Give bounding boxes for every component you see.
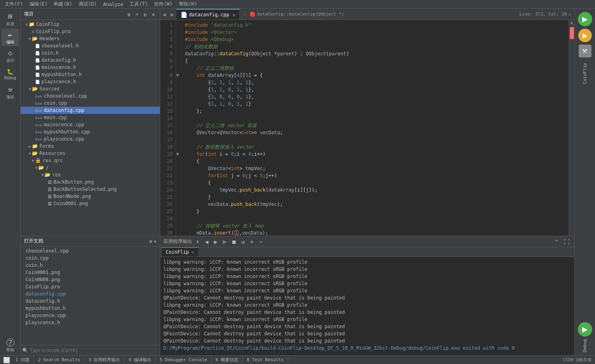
tree-item-dataconfig-h[interactable]: 📄 dataconfig.h	[21, 57, 160, 64]
project-label: 项目	[6, 94, 14, 100]
error-marker[interactable]	[570, 27, 574, 39]
output-collapse-btn[interactable]: ⌃	[554, 238, 560, 246]
open-doc-coin-h[interactable]: coin.h	[21, 262, 160, 269]
open-doc-chooselevel[interactable]: chooselevel.cpp	[21, 247, 160, 254]
tree-item-coin-cpp[interactable]: c++ coin.cpp	[21, 100, 160, 107]
png-icon-4: 🖼	[48, 202, 52, 206]
slash-folder-label: /	[46, 165, 49, 170]
tree-item-main-cpp[interactable]: c++ main.cpp	[21, 114, 160, 121]
open-doc-coin0008[interactable]: Coin0008.png	[21, 276, 160, 283]
sidebar-btn-welcome[interactable]: ⊞ 欢迎	[2, 10, 19, 28]
menu-item-build[interactable]: 构建(B)	[51, 0, 75, 8]
build-btn[interactable]: ⚒	[579, 45, 591, 57]
status-tab-6[interactable]: 6 概要信息	[212, 356, 243, 364]
editor-tab-active[interactable]: 📄 dataconfig.cpp ✕	[177, 9, 240, 20]
tree-item-coinflip[interactable]: ▼ 📁 CoinFlip	[21, 21, 160, 28]
tab-close-btn[interactable]: ✕	[232, 12, 236, 18]
open-doc-coin0001[interactable]: Coin0001.png	[21, 269, 160, 276]
nav-fwd-btn[interactable]: ▶	[168, 9, 176, 20]
sidebar-btn-design[interactable]: ◇ 设计	[2, 47, 19, 65]
tree-item-playscence-h[interactable]: 📄 playscence.h	[21, 78, 160, 85]
output-btn-minus[interactable]: −	[257, 238, 264, 246]
filter-icon[interactable]: ⚡	[134, 10, 140, 18]
tree-item-sources[interactable]: ▼ 📂 Sources	[21, 85, 160, 92]
menu-item-file[interactable]: 文件(F)	[2, 0, 26, 8]
search-input[interactable]	[30, 348, 158, 353]
output-btn-prev[interactable]: ◀	[203, 238, 210, 246]
tree-item-mypushbutton-h[interactable]: 📄 mypushbutton.h	[21, 71, 160, 78]
output-expand-btn[interactable]: ⛶	[562, 238, 571, 246]
close-panel-icon[interactable]: ✕	[150, 10, 157, 18]
tree-item-backbutton-png[interactable]: 🖼 BackButton.png	[21, 178, 160, 186]
tree-item-headers[interactable]: ▼ 📂 Headers	[21, 35, 160, 42]
sidebar-btn-debug[interactable]: 🐛 Debug	[2, 65, 19, 83]
tree-item-forms[interactable]: ▶ 📁 Forms	[21, 143, 160, 150]
open-doc-playscence-h[interactable]: playscence.h	[21, 319, 160, 326]
open-doc-coin-cpp[interactable]: coin.cpp	[21, 254, 160, 262]
status-tab-4[interactable]: 4 编译输出	[124, 356, 155, 364]
open-doc-dataconfig-h[interactable]: dataconfig.h	[21, 297, 160, 305]
open-docs-close-icon[interactable]: ✕	[154, 239, 157, 244]
run-green-btn[interactable]: ▶	[578, 12, 592, 26]
tree-item-mainscence-cpp[interactable]: c++ mainscence.cpp	[21, 121, 160, 128]
tree-item-res-qrc[interactable]: ▼ 🔒 res.qrc	[21, 157, 160, 164]
status-tab-3[interactable]: 3 应用程序输出	[84, 356, 124, 364]
run-debug-btn[interactable]: ▶	[578, 29, 592, 42]
coinflip-tab-label: CoinFlip	[166, 249, 189, 255]
menu-item-analyze[interactable]: Analyze	[100, 1, 127, 8]
tree-item-coin-h[interactable]: 📄 coin.h	[21, 49, 160, 57]
tree-item-boardnode-png[interactable]: 🖼 BoardNode.png	[21, 193, 160, 200]
file-tree: ▼ 📁 CoinFlip ⚙ CoinFlip.pro ▼ 📂 H	[21, 20, 160, 236]
tree-item-mainscence-h[interactable]: 📄 mainscence.h	[21, 64, 160, 71]
output-btn-jump-to-error[interactable]: ⬆	[194, 238, 201, 246]
output-btn-restart[interactable]: ↺	[240, 238, 246, 246]
open-doc-playscence-cpp[interactable]: playscence.cpp	[21, 312, 160, 319]
tree-item-chooselevel-cpp[interactable]: c++ chooselevel.cpp	[21, 92, 160, 100]
menu-item-controls[interactable]: 控件(W)	[151, 0, 176, 8]
tree-item-playscence-cpp[interactable]: c++ playscence.cpp	[21, 135, 160, 143]
dataconfig-h-label: dataconfig.h	[41, 57, 76, 63]
sidebar-btn-edit[interactable]: ✏ 编辑	[2, 29, 19, 46]
status-tab-8[interactable]: 8 Test Results	[243, 356, 288, 363]
open-doc-mypushbutton-h[interactable]: mypushbutton.h	[21, 305, 160, 312]
tree-item-backbuttonselected-png[interactable]: 🖼 BackButtonSelected.png	[21, 186, 160, 193]
output-btn-run[interactable]: ▶	[221, 237, 228, 246]
menu-item-debug[interactable]: 调试(D)	[75, 0, 100, 8]
code-line: tmpVec.push_back(dataArray[i][j]);	[185, 186, 566, 194]
sidebar-btn-help[interactable]: ? 帮助	[2, 337, 19, 354]
output-btn-next[interactable]: ▶	[212, 238, 219, 246]
sync-icon[interactable]: ↻	[142, 10, 148, 18]
scroll-top-btn[interactable]: ▲	[569, 20, 574, 25]
sidebar-btn-project[interactable]: ⚒ 项目	[2, 84, 19, 101]
code-content[interactable]: #include "dataconfig.h" #include <QVecto…	[182, 20, 569, 236]
sort-icon[interactable]: ⇅	[126, 10, 132, 18]
status-tab-5[interactable]: 5 Debugger Console	[156, 356, 212, 363]
menu-item-tools[interactable]: 工具(T)	[126, 0, 151, 8]
code-line: // 定义二维数组	[185, 65, 566, 72]
tree-item-coinflip-pro[interactable]: ⚙ CoinFlip.pro	[21, 28, 160, 35]
open-doc-dataconfig-cpp[interactable]: dataconfig.cpp	[21, 290, 160, 297]
tree-item-chooselevel-h[interactable]: 📄 chooselevel.h	[21, 42, 160, 49]
output-tab-coinflip[interactable]: CoinFlip ✕	[162, 247, 198, 257]
tree-item-coin0001-png[interactable]: 🖼 Coin0001.png	[21, 200, 160, 207]
tree-item-dataconfig-cpp[interactable]: c++ dataconfig.cpp	[21, 107, 160, 114]
tree-item-resources[interactable]: ▼ 📂 Resources	[21, 150, 160, 157]
menu-item-help[interactable]: 帮助(H)	[176, 0, 200, 8]
output-content[interactable]: libpng warning: iCCP: known incorrect sR…	[160, 257, 574, 355]
code-line: {	[185, 57, 566, 65]
right-run-panel: ▶ ▶ ⚒ CoinFlip ▶ Debug	[574, 9, 595, 355]
status-tab-2[interactable]: 2 Search Results	[34, 356, 84, 363]
status-tab-1[interactable]: 1 问题	[12, 356, 34, 364]
menu-item-edit[interactable]: 编辑(E)	[26, 0, 51, 8]
tree-item-slash-folder[interactable]: ▼ 📂 /	[21, 164, 160, 171]
tree-item-res-subfolder[interactable]: ▼ 📂 res	[21, 171, 160, 178]
coinflip-tab-close[interactable]: ✕	[191, 249, 194, 255]
nav-back-btn[interactable]: ◀	[160, 9, 168, 20]
tree-item-mypushbutton-cpp[interactable]: c++ mypushbutton.cpp	[21, 128, 160, 135]
output-title: 应用程序输出	[163, 238, 192, 245]
debug-run-btn[interactable]: ▶	[578, 322, 592, 337]
open-docs-config-icon[interactable]: ⚙	[149, 239, 152, 244]
open-doc-coinflip-pro[interactable]: CoinFlip.pro	[21, 283, 160, 290]
output-btn-add[interactable]: +	[249, 238, 255, 246]
output-btn-stop[interactable]: ■	[231, 238, 237, 246]
